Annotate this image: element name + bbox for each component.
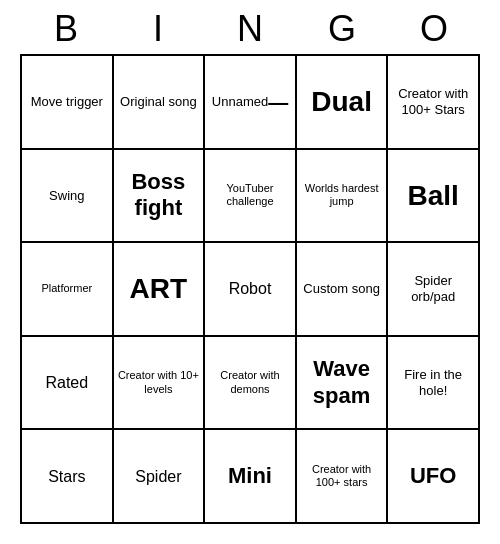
bingo-cell-14: Spider orb/pad	[388, 243, 480, 337]
bingo-cell-4: Creator with 100+ Stars	[388, 56, 480, 150]
header-letter-i: I	[118, 8, 198, 50]
bingo-cell-23: Creator with 100+ stars	[297, 430, 389, 524]
bingo-cell-5: Swing	[22, 150, 114, 244]
bingo-cell-13: Custom song	[297, 243, 389, 337]
bingo-cell-21: Spider	[114, 430, 206, 524]
bingo-cell-8: Worlds hardest jump	[297, 150, 389, 244]
bingo-cell-10: Platformer	[22, 243, 114, 337]
bingo-cell-3: Dual	[297, 56, 389, 150]
header-letter-g: G	[302, 8, 382, 50]
bingo-cell-17: Creator with demons	[205, 337, 297, 431]
header-letter-o: O	[394, 8, 474, 50]
bingo-cell-15: Rated	[22, 337, 114, 431]
bingo-cell-2: Unnamed—	[205, 56, 297, 150]
bingo-cell-0: Move trigger	[22, 56, 114, 150]
bingo-cell-11: ART	[114, 243, 206, 337]
bingo-cell-1: Original song	[114, 56, 206, 150]
header-letter-b: B	[26, 8, 106, 50]
bingo-cell-16: Creator with 10+ levels	[114, 337, 206, 431]
bingo-cell-20: Stars	[22, 430, 114, 524]
bingo-cell-22: Mini	[205, 430, 297, 524]
bingo-cell-12: Robot	[205, 243, 297, 337]
bingo-cell-7: YouTuber challenge	[205, 150, 297, 244]
bingo-cell-19: Fire in the hole!	[388, 337, 480, 431]
bingo-cell-9: Ball	[388, 150, 480, 244]
bingo-grid: Move triggerOriginal songUnnamed—DualCre…	[20, 54, 480, 524]
bingo-cell-18: Wave spam	[297, 337, 389, 431]
bingo-cell-6: Boss fight	[114, 150, 206, 244]
bingo-cell-24: UFO	[388, 430, 480, 524]
header-letter-n: N	[210, 8, 290, 50]
bingo-header: B I N G O	[20, 0, 480, 54]
